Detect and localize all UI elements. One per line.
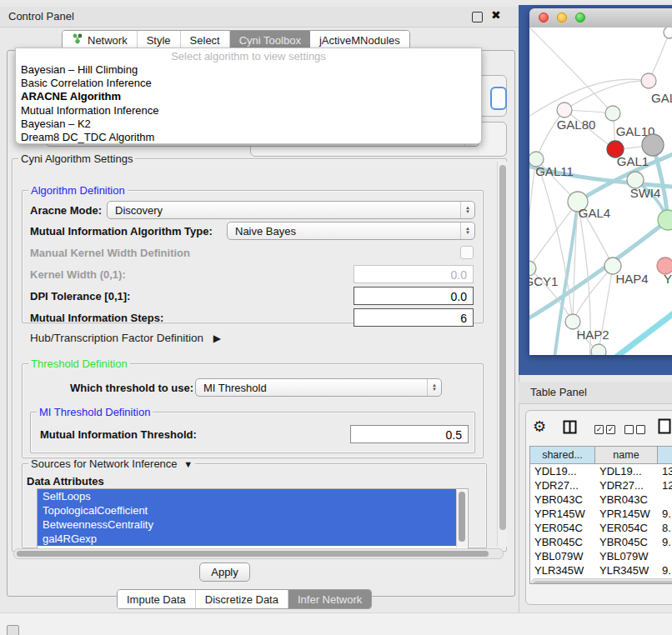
aracne-mode-combo[interactable]: Discovery ▲▼ bbox=[107, 201, 475, 219]
settings-scrollbar-thumb[interactable] bbox=[499, 165, 506, 530]
attribute-item[interactable]: gal4RGexp bbox=[38, 532, 456, 546]
table-cell[interactable]: YLR345W bbox=[530, 563, 595, 577]
settings-scrollbar[interactable] bbox=[497, 162, 507, 547]
algorithm-dropdown-placeholder: Select algorithm to view settings bbox=[16, 50, 481, 63]
table-cell[interactable] bbox=[658, 549, 672, 563]
tab-network[interactable]: Network bbox=[63, 31, 138, 49]
settings-hscrollbar-thumb[interactable] bbox=[17, 551, 489, 557]
network-node[interactable] bbox=[591, 344, 606, 355]
table-cell[interactable]: YBL079W bbox=[595, 549, 658, 563]
close-icon[interactable]: ✖ bbox=[491, 8, 501, 22]
sources-expander[interactable]: Sources for Network Inference ▼ bbox=[28, 458, 195, 470]
table-rows[interactable]: YDL19...YDL19...13YDR27...YDR27...12YBR0… bbox=[530, 464, 672, 577]
zoom-traffic-light-icon[interactable] bbox=[575, 12, 585, 22]
function-icon[interactable] bbox=[658, 418, 672, 437]
table-row[interactable]: YDR27...YDR27...12 bbox=[530, 478, 672, 492]
minimize-traffic-light-icon[interactable] bbox=[557, 12, 567, 22]
settings-hscrollbar[interactable] bbox=[13, 548, 504, 559]
table-cell[interactable]: YBL079W bbox=[530, 549, 595, 563]
table-cell[interactable]: YBR045C bbox=[530, 535, 595, 549]
algorithm-option[interactable]: Basic Correlation Inference bbox=[16, 77, 481, 90]
tab-style[interactable]: Style bbox=[138, 31, 181, 49]
algorithm-option[interactable]: Bayesian – Hill Climbing bbox=[16, 63, 481, 77]
tab-select[interactable]: Select bbox=[181, 31, 230, 49]
table-cell[interactable]: 12 bbox=[658, 478, 672, 492]
table-cell[interactable]: 9. bbox=[658, 535, 672, 549]
attributes-scrollbar-thumb[interactable] bbox=[459, 492, 465, 542]
which-threshold-combo[interactable]: MI Threshold ▲▼ bbox=[195, 378, 442, 397]
table-cell[interactable]: YDL19... bbox=[595, 464, 658, 478]
table-row[interactable]: YBL079WYBL079W bbox=[530, 549, 672, 563]
table-cell[interactable]: YDR27... bbox=[595, 478, 658, 492]
attribute-item[interactable]: BetweennessCentrality bbox=[38, 518, 456, 532]
table-cell[interactable]: YER054C bbox=[595, 521, 658, 535]
table-row[interactable]: YBR045CYBR045C9. bbox=[530, 535, 672, 549]
table-cell[interactable]: 9. bbox=[658, 507, 672, 521]
table-row[interactable]: YLR345WYLR345W9. bbox=[530, 563, 672, 577]
mi-type-combo[interactable]: Naive Bayes ▲▼ bbox=[227, 222, 475, 240]
tab-discretize-data[interactable]: Discretize Data bbox=[196, 590, 288, 608]
table-cell[interactable]: 8. bbox=[658, 521, 672, 535]
column-header-shared-name[interactable]: shared... bbox=[530, 447, 595, 464]
table-cell[interactable]: 9. bbox=[658, 563, 672, 577]
mi-steps-field[interactable]: 6 bbox=[354, 308, 474, 327]
dpi-tolerance-field[interactable]: 0.0 bbox=[354, 287, 474, 305]
table-cell[interactable]: YBR045C bbox=[595, 535, 658, 549]
algorithm-option[interactable]: Dream8 DC_TDC Algorithm bbox=[16, 131, 481, 144]
table-cell[interactable]: YPR145W bbox=[595, 507, 658, 521]
algorithm-option[interactable]: Mutual Information Inference bbox=[16, 104, 481, 118]
tab-infer-network[interactable]: Infer Network bbox=[288, 590, 371, 608]
table-row[interactable]: YBR043CYBR043C bbox=[530, 492, 672, 507]
network-node[interactable] bbox=[641, 73, 656, 88]
network-canvas[interactable]: GALGAL80GAL10GAL1GAL11SWI4GAL4GCY1HAP4YH… bbox=[529, 28, 672, 355]
algorithm-option[interactable]: Bayesian – K2 bbox=[16, 118, 481, 131]
manual-kernel-checkbox[interactable] bbox=[460, 246, 474, 259]
apply-button[interactable]: Apply bbox=[199, 562, 250, 582]
table-cell[interactable]: YDR27... bbox=[530, 478, 595, 492]
network-node[interactable] bbox=[557, 102, 572, 118]
network-node[interactable] bbox=[642, 134, 664, 156]
table-row[interactable]: YPR145WYPR145W9. bbox=[530, 507, 672, 521]
algorithm-dropdown[interactable]: Select algorithm to view settings Bayesi… bbox=[15, 48, 482, 144]
gear-icon[interactable]: ⚙ bbox=[533, 418, 546, 436]
tab-jactivemnodules[interactable]: jActiveMNodules bbox=[310, 31, 409, 49]
table-hscrollbar-thumb[interactable] bbox=[534, 581, 672, 585]
table-cell[interactable]: YBR043C bbox=[595, 492, 658, 507]
node-label: HAP2 bbox=[576, 328, 609, 342]
table-cell[interactable]: YER054C bbox=[530, 521, 595, 535]
network-node[interactable] bbox=[664, 28, 672, 38]
table-cell[interactable]: YPR145W bbox=[530, 507, 595, 521]
table-row[interactable]: YER054CYER054C8. bbox=[530, 521, 672, 535]
column-header-name[interactable]: name bbox=[595, 447, 658, 464]
mi-threshold-field[interactable]: 0.5 bbox=[350, 425, 469, 443]
table-cell[interactable]: YBR043C bbox=[530, 492, 595, 507]
algorithm-option[interactable]: ARACNE Algorithm bbox=[16, 90, 481, 103]
attribute-item[interactable]: SelfLoops bbox=[38, 489, 456, 503]
close-traffic-light-icon[interactable] bbox=[539, 12, 549, 22]
network-node[interactable] bbox=[658, 210, 672, 230]
bottom-strip bbox=[0, 612, 672, 635]
network-window-titlebar[interactable] bbox=[529, 8, 672, 28]
table-hscrollbar[interactable] bbox=[531, 578, 672, 584]
attribute-item[interactable]: TopologicalCoefficient bbox=[38, 503, 456, 518]
float-window-icon[interactable] bbox=[472, 12, 483, 22]
table-cell[interactable] bbox=[658, 492, 672, 507]
apply-button-label: Apply bbox=[211, 566, 238, 578]
deselect-all-icon[interactable] bbox=[624, 422, 645, 435]
attributes-scrollbar[interactable] bbox=[456, 490, 467, 548]
columns-icon[interactable] bbox=[563, 420, 577, 437]
tab-cyni-toolbox[interactable]: Cyni Toolbox bbox=[230, 31, 310, 49]
table-cell[interactable]: 13 bbox=[658, 464, 672, 478]
tab-impute-data[interactable]: Impute Data bbox=[118, 590, 196, 608]
select-all-icon[interactable]: ✓✓ bbox=[594, 422, 615, 435]
network-node[interactable] bbox=[605, 106, 620, 121]
column-header-partial[interactable]: A bbox=[658, 447, 672, 464]
data-attributes-list[interactable]: SelfLoopsTopologicalCoefficientBetweenne… bbox=[37, 488, 469, 549]
minimized-panel-icon[interactable] bbox=[7, 625, 19, 635]
table-row[interactable]: YDL19...YDL19...13 bbox=[530, 464, 672, 478]
hub-definition-expander[interactable]: Hub/Transcription Factor Definition ▶ bbox=[30, 332, 221, 344]
table-cell[interactable]: YLR345W bbox=[595, 563, 658, 577]
mi-threshold-label: Mutual Information Threshold: bbox=[40, 428, 197, 441]
table-cell[interactable]: YDL19... bbox=[530, 464, 595, 478]
tab-label: Impute Data bbox=[127, 593, 186, 606]
